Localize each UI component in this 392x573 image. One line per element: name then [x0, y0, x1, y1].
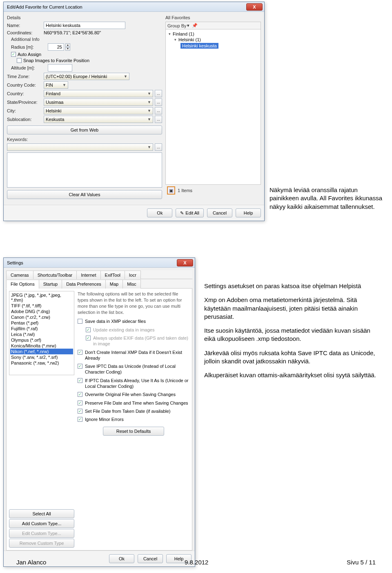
- settings-close-button[interactable]: X: [177, 259, 193, 266]
- filetype-item[interactable]: Nikon (*.nef, *.nrw): [10, 349, 73, 354]
- items-count: 1 Items: [178, 188, 192, 193]
- ok-button[interactable]: Ok: [147, 208, 172, 217]
- preserve-date-checkbox[interactable]: ✓: [78, 401, 82, 405]
- clear-all-button[interactable]: Clear All Values: [7, 190, 162, 199]
- tree-node-country[interactable]: ▾Finland (1): [167, 31, 259, 37]
- dont-create-internal-label: Don't Create Internal XMP Data if it Doe…: [85, 349, 189, 361]
- altitude-input[interactable]: [48, 64, 72, 72]
- tabs-row-1: CamerasShortcuts/ToolbarInternetExifTool…: [6, 270, 192, 279]
- favorites-dialog: Edit/Add Favorite for Current Location X…: [3, 2, 265, 221]
- options-description: The following options will be set to the…: [78, 291, 189, 315]
- items-footer: ▣ 1 Items: [165, 185, 261, 196]
- keywords-browse-button[interactable]: ...: [155, 143, 162, 151]
- filetype-item[interactable]: Olympus (*.orf): [10, 337, 73, 343]
- close-button[interactable]: X: [246, 3, 263, 11]
- subloc-combo[interactable]: Keskusta▼: [44, 116, 153, 123]
- cc-label: Country Code:: [7, 83, 42, 87]
- overwrite-original-label: Overwrite Original File when Saving Chan…: [85, 392, 176, 397]
- cc-combo[interactable]: FIN▼: [44, 81, 68, 89]
- tab-internet[interactable]: Internet: [76, 271, 100, 279]
- tz-combo[interactable]: (UTC+02:00) Europe / Helsinki▼: [44, 73, 129, 80]
- tab-exiftool[interactable]: ExifTool: [100, 271, 125, 279]
- filetype-item[interactable]: Fujifilm (*.raf): [10, 326, 73, 331]
- always-update-exif-checkbox[interactable]: ✓: [86, 336, 91, 340]
- filetype-item[interactable]: TIFF (*.tif, *.tiff): [10, 303, 73, 309]
- tab-map[interactable]: Map: [105, 280, 123, 289]
- country-label: Country:: [7, 91, 42, 96]
- pin-icon[interactable]: 📌: [192, 23, 198, 28]
- tree-node-city[interactable]: ▾Helsinki (1): [167, 37, 259, 43]
- subloc-browse-button[interactable]: ...: [155, 116, 162, 123]
- footer-page: Sivu 5 / 11: [347, 559, 376, 566]
- filetype-item[interactable]: Panasonic (*.raw, *.rw2): [10, 360, 73, 366]
- help-button[interactable]: Help: [236, 208, 261, 217]
- tab-locr[interactable]: locr: [125, 271, 141, 279]
- tabs-row-2: File OptionsStartupData PreferencesMapMi…: [6, 279, 192, 289]
- city-combo[interactable]: Helsinki▼: [44, 107, 153, 114]
- get-from-web-button[interactable]: Get from Web: [7, 125, 162, 134]
- filetype-item[interactable]: Canon (*.cr2, *.crw): [10, 314, 73, 320]
- save-iptc-unicode-checkbox[interactable]: ✓: [78, 364, 82, 369]
- update-existing-label: Update existing data in images: [93, 327, 154, 333]
- save-sidecar-checkbox[interactable]: [78, 319, 82, 324]
- footer-date: 9.8.2012: [185, 559, 208, 566]
- footer-author: Jan Alanco: [16, 559, 46, 566]
- city-browse-button[interactable]: ...: [155, 107, 162, 114]
- state-label: State/Province:: [7, 100, 42, 105]
- save-iptc-unicode-label: Save IPTC Data as Unicode (Instead of Lo…: [85, 363, 189, 375]
- dont-create-internal-checkbox[interactable]: ✓: [78, 350, 82, 355]
- tab-startup[interactable]: Startup: [39, 280, 62, 289]
- details-heading: Details: [7, 15, 162, 20]
- favorites-tree[interactable]: ▾Finland (1) ▾Helsinki (1) Helsinki kesk…: [165, 29, 261, 185]
- tab-file-options[interactable]: File Options: [6, 280, 39, 289]
- tab-shortcuts-toolbar[interactable]: Shortcuts/Toolbar: [33, 271, 77, 279]
- always-update-exif-label: Always update EXIF data (GPS and taken d…: [93, 335, 189, 347]
- country-combo[interactable]: Finland▼: [44, 90, 153, 97]
- annotation-settings: Settings asetukset on paras katsoa itse …: [204, 282, 380, 385]
- radius-label: Radius [m]:: [7, 45, 46, 49]
- tree-node-location[interactable]: Helsinki keskusta: [167, 43, 259, 49]
- radius-spinner[interactable]: ▲▼: [65, 43, 70, 51]
- keywords-combo[interactable]: ▼: [7, 143, 153, 151]
- filetypes-list[interactable]: JPEG (*.jpg, *.jpe, *.jpeg, *.thm)TIFF (…: [9, 291, 74, 375]
- tz-label: Time Zone:: [7, 74, 42, 79]
- altitude-label: Altitude [m]:: [7, 65, 46, 70]
- keywords-textarea[interactable]: [7, 152, 162, 188]
- radius-input[interactable]: [48, 43, 64, 51]
- expand-button[interactable]: ▣: [167, 186, 175, 195]
- snap-checkbox[interactable]: [17, 58, 22, 63]
- country-browse-button[interactable]: ...: [155, 90, 162, 97]
- filetype-item[interactable]: Sony (*.arw, *.sr2, *.srf): [10, 354, 73, 360]
- filetype-item[interactable]: Pentax (*.pef): [10, 320, 73, 326]
- addinfo-heading: Additional Info: [7, 37, 162, 42]
- filetype-item[interactable]: Konica/Minolta (*.mrw): [10, 343, 73, 349]
- settings-title: Settings: [7, 260, 23, 265]
- filetype-item[interactable]: Adobe DNG (*.dng): [10, 309, 73, 314]
- set-file-date-checkbox[interactable]: ✓: [78, 409, 82, 414]
- auto-assign-label: Auto Assign: [18, 52, 41, 57]
- preserve-date-label: Preserve File Date and Time when Saving …: [85, 400, 188, 406]
- select-all-button[interactable]: Select All: [9, 509, 74, 518]
- overwrite-original-checkbox[interactable]: ✓: [78, 392, 82, 397]
- page-footer: Jan Alanco 9.8.2012 Sivu 5 / 11: [0, 559, 392, 566]
- subloc-label: Sublocation:: [7, 117, 42, 122]
- group-by-menu[interactable]: Group By▾: [167, 23, 189, 28]
- if-iptc-exists-checkbox[interactable]: ✓: [78, 378, 82, 383]
- tab-misc[interactable]: Misc: [122, 280, 141, 289]
- filetype-item[interactable]: Leica (*.rwl): [10, 331, 73, 337]
- filetype-item[interactable]: JPEG (*.jpg, *.jpe, *.jpeg, *.thm): [10, 292, 73, 303]
- tab-cameras[interactable]: Cameras: [6, 271, 33, 279]
- state-browse-button[interactable]: ...: [155, 98, 162, 106]
- add-custom-button[interactable]: Add Custom Type...: [9, 519, 74, 528]
- ignore-minor-checkbox[interactable]: ✓: [78, 417, 82, 422]
- auto-assign-checkbox[interactable]: ✓: [11, 52, 16, 57]
- edit-all-button[interactable]: ✎Edit All: [176, 208, 204, 217]
- tab-data-preferences[interactable]: Data Preferences: [62, 280, 106, 289]
- annotation-favorites: Näkymä leviää oranssilla rajatun painikk…: [270, 186, 384, 217]
- name-input[interactable]: [44, 22, 125, 29]
- cancel-button[interactable]: Cancel: [207, 208, 232, 217]
- reset-defaults-button[interactable]: Reset to Defaults: [103, 427, 164, 436]
- update-existing-checkbox[interactable]: ✓: [86, 327, 91, 332]
- state-combo[interactable]: Uusimaa▼: [44, 98, 153, 106]
- set-file-date-label: Set File Date from Taken Date (if availa…: [85, 408, 171, 414]
